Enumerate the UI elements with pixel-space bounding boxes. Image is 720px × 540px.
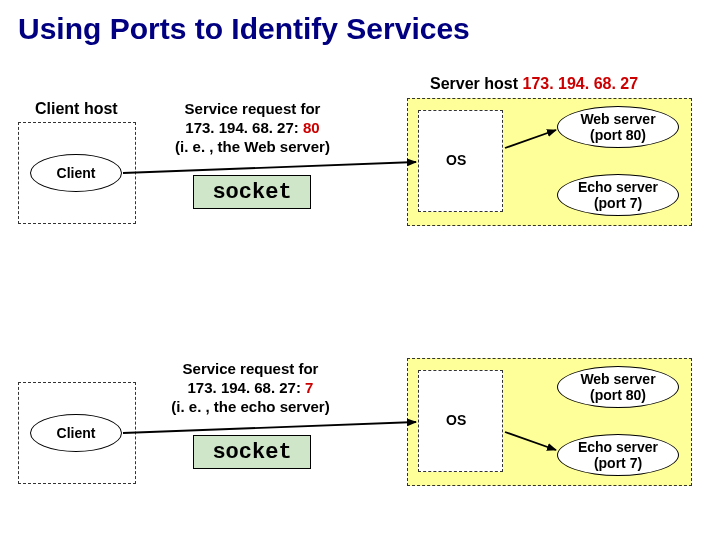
socket-label-2: socket (212, 440, 291, 465)
web-server-port: (port 80) (590, 127, 646, 143)
echo-server-name: Echo server (578, 179, 658, 195)
svg-line-2 (123, 422, 416, 433)
socket-box-1: socket (193, 175, 311, 209)
client-ellipse-bottom: Client (30, 414, 122, 452)
echo-server-port: (port 7) (594, 195, 642, 211)
web-server-bottom: Web server (port 80) (557, 366, 679, 408)
web-server-port-b: (port 80) (590, 387, 646, 403)
web-server-top: Web server (port 80) (557, 106, 679, 148)
server-ip: 173. 194. 68. 27 (522, 75, 638, 92)
page-title: Using Ports to Identify Services (18, 12, 470, 46)
client-label: Client (57, 165, 96, 181)
os-label-top: OS (446, 152, 466, 168)
socket-box-2: socket (193, 435, 311, 469)
service-request-2: Service request for 173. 194. 68. 27: 7 … (153, 360, 348, 416)
web-server-name-b: Web server (580, 371, 655, 387)
client-ellipse-top: Client (30, 154, 122, 192)
os-label-bottom: OS (446, 412, 466, 428)
req1-port: 80 (299, 119, 320, 136)
echo-server-bottom: Echo server (port 7) (557, 434, 679, 476)
echo-server-port-b: (port 7) (594, 455, 642, 471)
req2-port: 7 (301, 379, 314, 396)
req1-addr: 173. 194. 68. 27: (185, 119, 298, 136)
req2-prefix: Service request for (183, 360, 319, 377)
server-header: Server host 173. 194. 68. 27 (430, 75, 638, 93)
req2-suffix: (i. e. , the echo server) (171, 398, 329, 415)
client-host-label: Client host (35, 100, 118, 118)
service-request-1: Service request for 173. 194. 68. 27: 80… (160, 100, 345, 156)
client-label-bottom: Client (57, 425, 96, 441)
web-server-name: Web server (580, 111, 655, 127)
socket-label-1: socket (212, 180, 291, 205)
svg-line-0 (123, 162, 416, 173)
req1-suffix: (i. e. , the Web server) (175, 138, 330, 155)
server-header-label: Server host (430, 75, 522, 92)
req2-addr: 173. 194. 68. 27: (188, 379, 301, 396)
echo-server-name-b: Echo server (578, 439, 658, 455)
req1-prefix: Service request for (185, 100, 321, 117)
echo-server-top: Echo server (port 7) (557, 174, 679, 216)
